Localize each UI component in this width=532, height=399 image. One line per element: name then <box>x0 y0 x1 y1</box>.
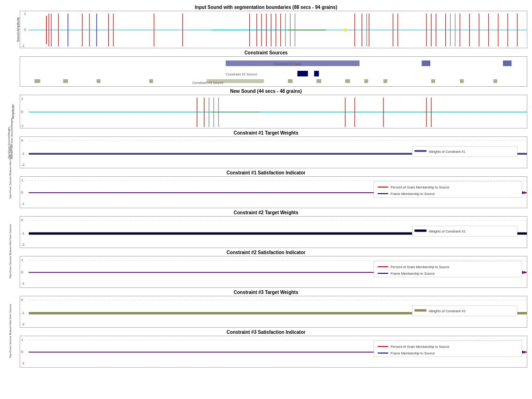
chart2-title: Constraint Sources <box>5 49 527 56</box>
svg-text:Percent of Grain Membership to: Percent of Grain Membership to Source <box>390 265 449 269</box>
svg-text:Frame Membership to Source: Frame Membership to Source <box>390 352 435 355</box>
chart2-svg: Constraint #1 Sour Constraint #2 Source <box>20 57 527 87</box>
y-label-c2sat: Top=From Source Bottom=Not from Source <box>9 265 12 279</box>
svg-rect-63 <box>345 79 350 83</box>
svg-rect-65 <box>383 79 387 83</box>
svg-text:-1: -1 <box>21 231 25 235</box>
svg-text:-1: -1 <box>21 44 25 48</box>
svg-text:-1: -1 <box>20 124 24 128</box>
svg-rect-66 <box>431 79 435 83</box>
chart4-title: Constraint #1 Target Weights <box>5 129 527 136</box>
svg-point-149 <box>523 351 525 354</box>
svg-text:Constraint #3 Source: Constraint #3 Source <box>192 81 224 84</box>
svg-rect-62 <box>316 79 321 83</box>
svg-text:1: 1 <box>21 338 23 342</box>
chart5-svg: 1 0 -1 Percent of Grain Mem <box>20 177 527 209</box>
chart6-title: Constraint #2 Target Weights <box>5 209 527 216</box>
y-label-amplitude: Amplitude <box>11 104 15 119</box>
chart4-svg: 0 -1 -2 Weights of Constraint #1 <box>20 137 527 169</box>
chart9-svg: 1 0 -1 Percent of Grain Membership to So… <box>20 336 527 368</box>
svg-rect-57 <box>63 79 68 83</box>
svg-text:-1: -1 <box>21 361 25 365</box>
svg-rect-68 <box>494 79 497 83</box>
main-container: Input Sound with segmentation boundaries… <box>0 0 532 399</box>
svg-rect-56 <box>35 79 40 83</box>
svg-text:-2: -2 <box>21 322 25 326</box>
svg-text:Weights of Constraint #2: Weights of Constraint #2 <box>429 230 465 233</box>
svg-rect-54 <box>314 71 319 76</box>
chart8-title: Constraint #3 Target Weights <box>5 289 527 296</box>
chart1-title: Input Sound with segmentation boundaries… <box>5 4 527 11</box>
svg-text:-1: -1 <box>21 281 25 286</box>
svg-text:0: 0 <box>21 110 23 114</box>
svg-text:Weights of Constraint #1: Weights of Constraint #1 <box>429 150 465 154</box>
svg-text:0: 0 <box>24 28 26 32</box>
svg-text:0: 0 <box>21 350 23 354</box>
svg-text:Frame Membership to Source: Frame Membership to Source <box>390 272 435 276</box>
chart1-svg: 1 0 -1 <box>20 11 527 49</box>
svg-text:Percent of Grain Membership to: Percent of Grain Membership to Source <box>390 345 449 349</box>
svg-text:1: 1 <box>21 258 23 262</box>
svg-text:0: 0 <box>21 298 23 302</box>
svg-rect-53 <box>297 71 307 76</box>
svg-text:Percent of Grain Membership to: Percent of Grain Membership to Source <box>390 186 449 189</box>
chart7-svg: 1 0 -1 Percent of Grain Membership to So… <box>20 256 527 288</box>
chart3-title: New Sound (44 secs - 48 grains) <box>5 88 527 95</box>
chart5-title: Constraint #1 Satisfaction Indicator <box>5 169 527 176</box>
svg-rect-67 <box>460 79 464 83</box>
svg-rect-58 <box>97 79 100 83</box>
svg-text:-1: -1 <box>21 202 25 206</box>
chart7-title: Constraint #2 Satisfaction Indicator <box>5 249 527 256</box>
y-label-c1sat: Top=From Source Bottom=Not from Source <box>9 186 12 199</box>
svg-text:0: 0 <box>21 190 23 195</box>
svg-text:Weights of Constraint #3: Weights of Constraint #3 <box>429 309 465 313</box>
svg-rect-61 <box>288 79 292 83</box>
svg-rect-51 <box>422 60 430 66</box>
svg-point-103 <box>523 192 525 194</box>
chart9-title: Constraint #3 Satisfaction Indicator <box>5 329 527 336</box>
svg-text:0: 0 <box>21 270 23 274</box>
y-label-c3sat: Top=From Source Bottom=Not from Source <box>9 345 12 358</box>
svg-point-126 <box>523 271 525 274</box>
svg-rect-64 <box>364 79 368 83</box>
svg-text:-2: -2 <box>21 163 25 167</box>
svg-text:1: 1 <box>21 97 23 101</box>
svg-rect-52 <box>503 60 511 66</box>
svg-text:-1: -1 <box>21 311 25 315</box>
svg-text:Frame Membership to Source: Frame Membership to Source <box>390 192 435 196</box>
chart3-svg: 1 0 -1 <box>20 95 527 129</box>
svg-text:Constraint #2 Source: Constraint #2 Source <box>226 73 257 76</box>
svg-rect-59 <box>149 79 153 83</box>
y-label-sound: Sound Amplitude <box>16 17 20 42</box>
chart8-svg: 0 -1 -2 Weights of Constraint #3 <box>20 296 527 328</box>
svg-text:1: 1 <box>21 178 23 182</box>
svg-text:-1: -1 <box>21 151 25 156</box>
svg-text:-2: -2 <box>21 242 25 247</box>
svg-text:Constraint #1 Sour: Constraint #1 Sour <box>274 62 302 66</box>
chart6-svg: 0 -1 -2 Weights of Constraint #2 <box>20 217 527 248</box>
svg-text:0: 0 <box>21 138 23 143</box>
svg-point-29 <box>344 29 346 31</box>
svg-text:0: 0 <box>21 218 23 222</box>
svg-text:1: 1 <box>24 12 26 16</box>
